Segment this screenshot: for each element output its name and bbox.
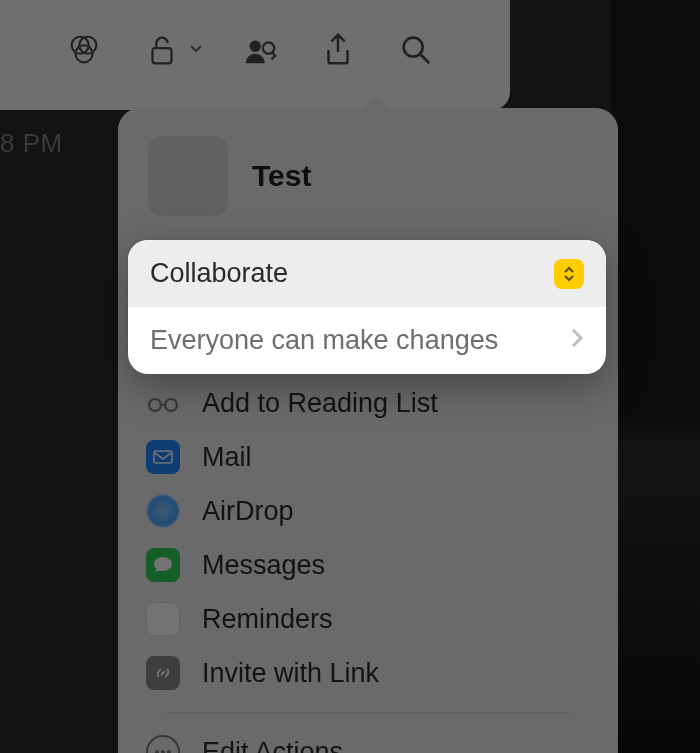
search-icon[interactable] (394, 28, 438, 72)
share-target-label: Reminders (202, 604, 333, 635)
share-target-reading-list[interactable]: Add to Reading List (138, 376, 598, 430)
lock-open-icon[interactable] (140, 28, 184, 72)
permissions-label: Everyone can make changes (150, 325, 498, 356)
airdrop-icon (146, 494, 180, 528)
share-mode-selector[interactable]: Collaborate (128, 240, 606, 307)
share-icon[interactable] (316, 28, 360, 72)
window-toolbar (0, 0, 510, 110)
link-icon (146, 656, 180, 690)
share-settings-card: Collaborate Everyone can make changes (128, 240, 606, 374)
collaborate-icon[interactable] (238, 28, 282, 72)
share-target-invite-link[interactable]: Invite with Link (138, 646, 598, 700)
share-target-label: Invite with Link (202, 658, 379, 689)
share-target-label: Add to Reading List (202, 388, 438, 419)
glasses-icon (146, 386, 180, 420)
svg-point-4 (250, 41, 261, 52)
color-filters-icon[interactable] (62, 28, 106, 72)
edit-actions-button[interactable]: Edit Actions… (138, 725, 598, 753)
document-title: Test (252, 159, 311, 193)
ellipsis-circle-icon (146, 735, 180, 753)
chevron-right-icon (570, 325, 584, 356)
divider (164, 712, 572, 713)
reminders-icon (146, 602, 180, 636)
chevron-down-icon[interactable] (188, 40, 204, 60)
svg-point-6 (404, 38, 423, 57)
messages-icon (146, 548, 180, 582)
share-target-messages[interactable]: Messages (138, 538, 598, 592)
svg-rect-9 (154, 451, 172, 463)
share-target-label: Mail (202, 442, 252, 473)
share-target-reminders[interactable]: Reminders (138, 592, 598, 646)
share-target-mail[interactable]: Mail (138, 430, 598, 484)
document-thumbnail (148, 136, 228, 216)
share-popover: Test Add to Reading List Mail AirDrop (118, 108, 618, 753)
share-target-label: Messages (202, 550, 325, 581)
svg-point-7 (149, 399, 161, 411)
svg-rect-3 (153, 48, 172, 63)
updown-stepper-icon[interactable] (554, 259, 584, 289)
svg-point-8 (165, 399, 177, 411)
share-target-label: AirDrop (202, 496, 294, 527)
share-target-airdrop[interactable]: AirDrop (138, 484, 598, 538)
edit-actions-label: Edit Actions… (202, 737, 370, 754)
permissions-row[interactable]: Everyone can make changes (128, 307, 606, 374)
mail-icon (146, 440, 180, 474)
timestamp: 8 PM (0, 128, 63, 159)
share-mode-label: Collaborate (150, 258, 288, 289)
